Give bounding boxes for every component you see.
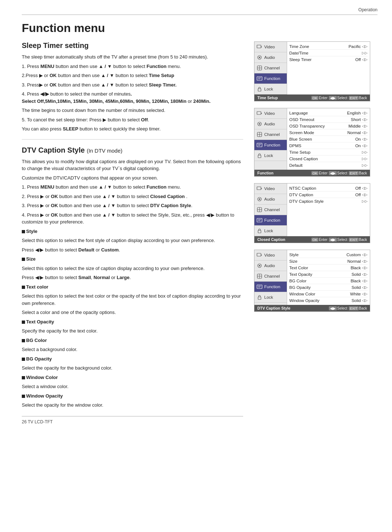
menu-row-osd-transp: OSD Transparency Middle ◁▷ <box>289 123 368 129</box>
bgopacity-desc: Select the opacity for the background co… <box>22 364 243 372</box>
sidebar-function-4: Function <box>254 282 287 292</box>
menu-row-textopacity: Text Opacity Solid ◁▷ <box>289 271 368 278</box>
sidebar-channel-3: Channel <box>254 205 287 215</box>
sleep-p7: 5. To cancel the set sleep timer: Press … <box>22 116 243 124</box>
menu-sidebar-4: Video Audio Channel Function <box>254 250 287 305</box>
menu-row-default: Default ▷▷ <box>289 162 368 168</box>
sidebar-lock-2: Lock <box>254 150 287 161</box>
sleep-p5: 4. Press ◀/▶ button to select the number… <box>22 90 243 105</box>
sidebar-audio-4: Audio <box>254 261 287 271</box>
menu-row-bgopacity: BG Opacity Solid ◁▷ <box>289 284 368 291</box>
textcolor-item: Text color Select this option to select … <box>22 283 243 316</box>
menu-row-style: Style Custom ◁▷ <box>289 251 368 258</box>
bgcolor-desc: Select a background color. <box>22 346 243 353</box>
svg-point-3 <box>259 57 260 58</box>
menu-content-1: Time Zone Pacific ◁▷ Date/Time ▷▷ Sleep … <box>287 42 370 94</box>
menu-row-language: Language English ◁▷ <box>289 110 368 116</box>
right-column: Video Audio Channel Function <box>254 41 377 424</box>
dtv-caption-section: DTV Caption Style (In DTV mode) This all… <box>22 146 243 409</box>
windowopacity-desc: Select the opacity for the window color. <box>22 402 243 409</box>
page-title: Function menu <box>22 21 377 35</box>
dtv-p3: 1. Press MENU button and then use ▲ / ▼ … <box>22 184 243 191</box>
svg-rect-11 <box>257 112 261 114</box>
dtv-p4: 2. Press ▶ or OK button and then use ▲ /… <box>22 193 243 200</box>
menu-footer-1: Time Setup OKEnter ◀▶Select EXITBack <box>254 94 370 101</box>
dtv-caption-style-menu-box: Video Audio Channel Function <box>254 250 370 312</box>
menu-row-sleeptimer: Sleep Timer Off ◁▷ <box>289 56 368 63</box>
windowcolor-desc: Select a window color. <box>22 383 243 390</box>
dtv-p5: 3. Press ▶ or OK button and then use ▲ /… <box>22 202 243 209</box>
svg-rect-40 <box>257 285 262 289</box>
sidebar-function-2: Function <box>254 140 287 150</box>
textopacity-item: Text Opacity Specify the opacity for the… <box>22 318 243 335</box>
svg-marker-12 <box>261 113 262 114</box>
sidebar-audio-3: Audio <box>254 194 287 205</box>
menu-row-bgcolor: BG Color Black ◁▷ <box>289 278 368 284</box>
svg-point-36 <box>259 265 260 266</box>
menu-footer-2: Function OKEnter ◀▶Select EXITBack <box>254 170 370 176</box>
svg-rect-10 <box>258 89 261 91</box>
windowopacity-item: Window Opacity Select the opacity for th… <box>22 392 243 409</box>
sidebar-video-1: Video <box>254 42 287 52</box>
sidebar-audio-2: Audio <box>254 119 287 129</box>
sleep-timer-menu-box: Video Audio Channel Function <box>254 41 370 101</box>
sleep-p6: The time begins to count down from the n… <box>22 107 243 114</box>
function-menu-box: Video Audio Channel Function <box>254 108 370 177</box>
sidebar-channel-2: Channel <box>254 129 287 140</box>
menu-content-4: Style Custom ◁▷ Size Normal ◁▷ Text Colo… <box>287 250 370 305</box>
closed-caption-menu-box: Video Audio Channel Function <box>254 183 370 243</box>
menu-row-textcolor: Text Color Black ◁▷ <box>289 265 368 271</box>
textopacity-desc: Specify the opacity for the text color. <box>22 327 243 335</box>
svg-point-25 <box>259 198 260 200</box>
sidebar-video-2: Video <box>254 108 287 119</box>
textcolor-desc: Select this option to select the text co… <box>22 293 243 307</box>
style-press: Press ◀/▶ button to select Default or Cu… <box>22 246 243 254</box>
sidebar-lock-1: Lock <box>254 84 287 94</box>
sleep-p3: 2.Press ▶ or OK button and then use ▲ / … <box>22 72 243 79</box>
sidebar-video-4: Video <box>254 250 287 261</box>
sleep-p8: You can also press SLEEP button to selec… <box>22 125 243 133</box>
page-footer: 26 TV LCD-TFT <box>22 416 243 424</box>
menu-row-osd-timeout: OSD Timeout Short ◁▷ <box>289 116 368 123</box>
dtv-p2: Customize the DTV/CADTV captions that ap… <box>22 174 243 182</box>
svg-rect-7 <box>257 77 262 80</box>
footer-label: TV LCD-TFT <box>28 419 53 424</box>
left-column: Sleep Timer setting The sleep timer auto… <box>22 41 243 424</box>
menu-row-size: Size Normal ◁▷ <box>289 258 368 265</box>
sidebar-audio-1: Audio <box>254 52 287 63</box>
svg-marker-1 <box>261 46 262 48</box>
section-divider-1 <box>22 139 243 140</box>
menu-row-dtv: DTV Caption Off ◁▷ <box>289 192 368 198</box>
svg-rect-29 <box>257 218 262 222</box>
menu-row-bluescreen: Blue Screen On ◁▷ <box>289 136 368 142</box>
svg-rect-21 <box>258 155 261 158</box>
size-press: Press ◀/▶ button to select Small, Normal… <box>22 274 243 281</box>
style-desc: Select this option to select the font st… <box>22 237 243 244</box>
svg-rect-32 <box>258 230 261 233</box>
menu-content-3: NTSC Caption Off ◁▷ DTV Caption Off ◁▷ D… <box>287 184 370 236</box>
menu-footer-4: DTV Caption Style ◀▶Select EXITBack <box>254 305 370 311</box>
header-section: Operation <box>358 7 377 12</box>
page-header: Operation <box>22 7 377 15</box>
textcolor-desc2: Select a color and one of the opacity op… <box>22 309 243 316</box>
dtv-subtitle-note: (In DTV mode) <box>87 148 122 154</box>
sleep-timer-section: Sleep Timer setting The sleep timer auto… <box>22 41 243 133</box>
menu-row-screenmode: Screen Mode Normal ◁▷ <box>289 129 368 136</box>
menu-row-datetime: Date/Time ▷▷ <box>289 50 368 56</box>
menu-sidebar-1: Video Audio Channel Function <box>254 42 287 94</box>
svg-rect-43 <box>258 297 261 299</box>
menu-row-windowcolor: Window Color White ◁▷ <box>289 291 368 297</box>
sidebar-function-1: Function <box>254 73 287 84</box>
dtv-caption-title: DTV Caption Style (In DTV mode) <box>22 146 243 154</box>
menu-sidebar-3: Video Audio Channel Function <box>254 184 287 236</box>
svg-point-14 <box>259 123 260 125</box>
sidebar-lock-3: Lock <box>254 226 287 236</box>
size-item: Size Select this option to select the si… <box>22 255 243 281</box>
svg-marker-34 <box>261 254 262 256</box>
menu-row-dpms: DPMS On ◁▷ <box>289 142 368 149</box>
dtv-p1: This allows you to modify how digital ca… <box>22 158 243 172</box>
sidebar-video-3: Video <box>254 184 287 194</box>
sleep-timer-title: Sleep Timer setting <box>22 41 243 50</box>
sidebar-channel-1: Channel <box>254 63 287 73</box>
svg-rect-22 <box>257 187 261 190</box>
